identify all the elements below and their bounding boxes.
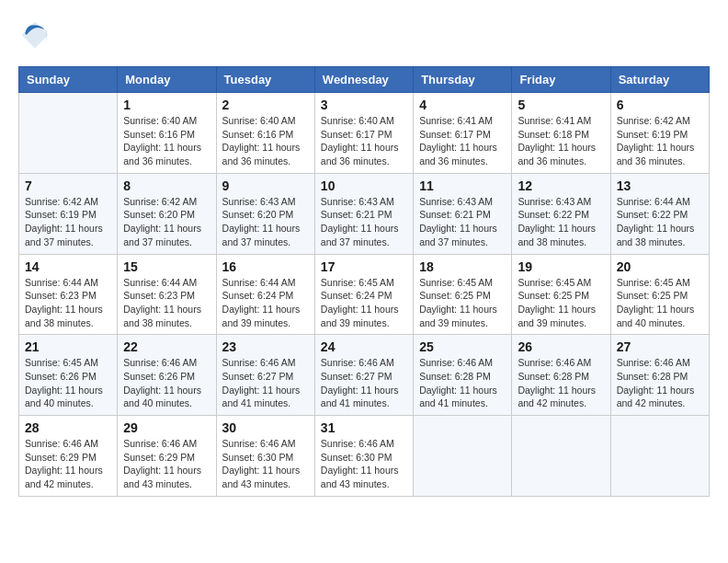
day-info: Sunrise: 6:46 AMSunset: 6:30 PMDaylight:…: [321, 437, 407, 491]
day-info: Sunrise: 6:44 AMSunset: 6:23 PMDaylight:…: [123, 276, 210, 330]
day-info: Sunrise: 6:44 AMSunset: 6:23 PMDaylight:…: [25, 276, 111, 330]
calendar-week-2: 7Sunrise: 6:42 AMSunset: 6:19 PMDaylight…: [19, 173, 710, 254]
day-info: Sunrise: 6:46 AMSunset: 6:29 PMDaylight:…: [25, 437, 111, 491]
logo-icon: [18, 18, 51, 52]
calendar-cell: 9Sunrise: 6:43 AMSunset: 6:20 PMDaylight…: [216, 173, 314, 254]
day-header-thursday: Thursday: [414, 67, 512, 93]
day-number: 25: [419, 339, 506, 354]
calendar-week-3: 14Sunrise: 6:44 AMSunset: 6:23 PMDayligh…: [19, 254, 710, 335]
day-number: 3: [321, 98, 407, 112]
day-number: 26: [518, 339, 604, 354]
day-number: 23: [222, 339, 309, 354]
day-header-sunday: Sunday: [19, 67, 118, 93]
day-number: 18: [419, 259, 506, 274]
day-number: 24: [321, 339, 407, 354]
day-header-friday: Friday: [512, 67, 610, 93]
day-number: 2: [222, 98, 309, 112]
day-number: 12: [518, 178, 604, 193]
calendar-cell: 2Sunrise: 6:40 AMSunset: 6:16 PMDaylight…: [216, 93, 314, 174]
calendar-cell: [610, 416, 709, 497]
calendar-cell: 1Sunrise: 6:40 AMSunset: 6:16 PMDaylight…: [118, 93, 216, 174]
day-header-saturday: Saturday: [610, 67, 709, 93]
calendar-cell: 26Sunrise: 6:46 AMSunset: 6:28 PMDayligh…: [512, 335, 610, 416]
calendar-cell: 14Sunrise: 6:44 AMSunset: 6:23 PMDayligh…: [19, 254, 118, 335]
day-info: Sunrise: 6:41 AMSunset: 6:17 PMDaylight:…: [419, 114, 506, 168]
day-number: 15: [123, 259, 210, 274]
day-info: Sunrise: 6:42 AMSunset: 6:19 PMDaylight:…: [25, 195, 111, 249]
calendar-cell: 22Sunrise: 6:46 AMSunset: 6:26 PMDayligh…: [118, 335, 216, 416]
calendar-cell: 10Sunrise: 6:43 AMSunset: 6:21 PMDayligh…: [314, 173, 413, 254]
day-info: Sunrise: 6:43 AMSunset: 6:22 PMDaylight:…: [518, 195, 604, 249]
calendar-cell: 25Sunrise: 6:46 AMSunset: 6:28 PMDayligh…: [414, 335, 512, 416]
calendar: SundayMondayTuesdayWednesdayThursdayFrid…: [18, 66, 710, 497]
day-number: 10: [321, 178, 407, 193]
day-info: Sunrise: 6:42 AMSunset: 6:20 PMDaylight:…: [123, 195, 210, 249]
calendar-cell: 19Sunrise: 6:45 AMSunset: 6:25 PMDayligh…: [512, 254, 610, 335]
calendar-cell: 15Sunrise: 6:44 AMSunset: 6:23 PMDayligh…: [118, 254, 216, 335]
logo: [18, 18, 57, 52]
calendar-cell: 21Sunrise: 6:45 AMSunset: 6:26 PMDayligh…: [19, 335, 118, 416]
day-info: Sunrise: 6:42 AMSunset: 6:19 PMDaylight:…: [617, 114, 703, 168]
calendar-cell: 7Sunrise: 6:42 AMSunset: 6:19 PMDaylight…: [19, 173, 118, 254]
day-number: 20: [617, 259, 703, 274]
day-info: Sunrise: 6:46 AMSunset: 6:28 PMDaylight:…: [518, 356, 604, 410]
calendar-cell: [19, 93, 118, 174]
calendar-cell: 28Sunrise: 6:46 AMSunset: 6:29 PMDayligh…: [19, 416, 118, 497]
calendar-cell: 29Sunrise: 6:46 AMSunset: 6:29 PMDayligh…: [118, 416, 216, 497]
calendar-cell: 30Sunrise: 6:46 AMSunset: 6:30 PMDayligh…: [216, 416, 314, 497]
calendar-cell: 12Sunrise: 6:43 AMSunset: 6:22 PMDayligh…: [512, 173, 610, 254]
day-info: Sunrise: 6:45 AMSunset: 6:25 PMDaylight:…: [419, 276, 506, 330]
day-number: 8: [123, 178, 210, 193]
day-number: 17: [321, 259, 407, 274]
calendar-cell: 23Sunrise: 6:46 AMSunset: 6:27 PMDayligh…: [216, 335, 314, 416]
day-header-monday: Monday: [118, 67, 216, 93]
day-info: Sunrise: 6:44 AMSunset: 6:22 PMDaylight:…: [617, 195, 703, 249]
day-info: Sunrise: 6:46 AMSunset: 6:27 PMDaylight:…: [222, 356, 309, 410]
calendar-week-4: 21Sunrise: 6:45 AMSunset: 6:26 PMDayligh…: [19, 335, 710, 416]
calendar-cell: 24Sunrise: 6:46 AMSunset: 6:27 PMDayligh…: [314, 335, 413, 416]
day-info: Sunrise: 6:45 AMSunset: 6:25 PMDaylight:…: [518, 276, 604, 330]
calendar-cell: 20Sunrise: 6:45 AMSunset: 6:25 PMDayligh…: [610, 254, 709, 335]
calendar-header-row: SundayMondayTuesdayWednesdayThursdayFrid…: [19, 67, 710, 93]
day-info: Sunrise: 6:46 AMSunset: 6:30 PMDaylight:…: [222, 437, 309, 491]
day-number: 16: [222, 259, 309, 274]
calendar-cell: 16Sunrise: 6:44 AMSunset: 6:24 PMDayligh…: [216, 254, 314, 335]
calendar-cell: 5Sunrise: 6:41 AMSunset: 6:18 PMDaylight…: [512, 93, 610, 174]
calendar-cell: 11Sunrise: 6:43 AMSunset: 6:21 PMDayligh…: [414, 173, 512, 254]
calendar-cell: 8Sunrise: 6:42 AMSunset: 6:20 PMDaylight…: [118, 173, 216, 254]
day-number: 7: [25, 178, 111, 193]
day-info: Sunrise: 6:44 AMSunset: 6:24 PMDaylight:…: [222, 276, 309, 330]
day-header-tuesday: Tuesday: [216, 67, 314, 93]
calendar-cell: [512, 416, 610, 497]
day-info: Sunrise: 6:46 AMSunset: 6:29 PMDaylight:…: [123, 437, 210, 491]
calendar-cell: 4Sunrise: 6:41 AMSunset: 6:17 PMDaylight…: [414, 93, 512, 174]
day-number: 21: [25, 339, 111, 354]
calendar-week-1: 1Sunrise: 6:40 AMSunset: 6:16 PMDaylight…: [19, 93, 710, 174]
day-number: 27: [617, 339, 703, 354]
day-number: 6: [617, 98, 703, 112]
day-info: Sunrise: 6:46 AMSunset: 6:28 PMDaylight:…: [617, 356, 703, 410]
day-info: Sunrise: 6:46 AMSunset: 6:27 PMDaylight:…: [321, 356, 407, 410]
day-number: 22: [123, 339, 210, 354]
calendar-cell: 31Sunrise: 6:46 AMSunset: 6:30 PMDayligh…: [314, 416, 413, 497]
day-number: 1: [123, 98, 210, 112]
calendar-cell: 17Sunrise: 6:45 AMSunset: 6:24 PMDayligh…: [314, 254, 413, 335]
calendar-cell: 27Sunrise: 6:46 AMSunset: 6:28 PMDayligh…: [610, 335, 709, 416]
day-number: 13: [617, 178, 703, 193]
day-info: Sunrise: 6:43 AMSunset: 6:21 PMDaylight:…: [321, 195, 407, 249]
day-number: 28: [25, 420, 111, 435]
day-number: 29: [123, 420, 210, 435]
day-info: Sunrise: 6:40 AMSunset: 6:16 PMDaylight:…: [123, 114, 210, 168]
day-info: Sunrise: 6:41 AMSunset: 6:18 PMDaylight:…: [518, 114, 604, 168]
calendar-cell: 6Sunrise: 6:42 AMSunset: 6:19 PMDaylight…: [610, 93, 709, 174]
day-number: 30: [222, 420, 309, 435]
day-info: Sunrise: 6:45 AMSunset: 6:26 PMDaylight:…: [25, 356, 111, 410]
day-info: Sunrise: 6:45 AMSunset: 6:24 PMDaylight:…: [321, 276, 407, 330]
day-number: 4: [419, 98, 506, 112]
day-info: Sunrise: 6:46 AMSunset: 6:28 PMDaylight:…: [419, 356, 506, 410]
day-info: Sunrise: 6:43 AMSunset: 6:20 PMDaylight:…: [222, 195, 309, 249]
day-number: 11: [419, 178, 506, 193]
day-info: Sunrise: 6:40 AMSunset: 6:16 PMDaylight:…: [222, 114, 309, 168]
day-info: Sunrise: 6:43 AMSunset: 6:21 PMDaylight:…: [419, 195, 506, 249]
day-info: Sunrise: 6:46 AMSunset: 6:26 PMDaylight:…: [123, 356, 210, 410]
